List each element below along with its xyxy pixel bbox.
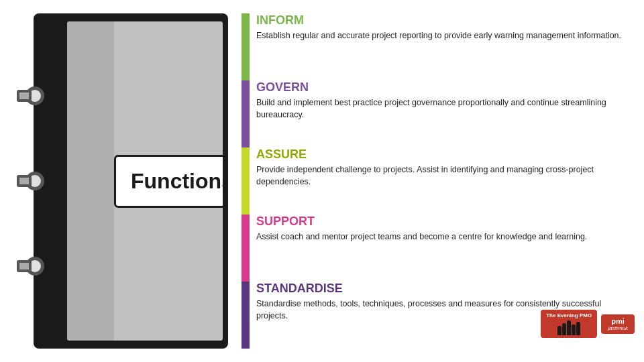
notebook-spine: [67, 21, 114, 341]
pmi-logo-box: pmi jashmuk: [601, 314, 635, 334]
evening-pmo-text: The Evening PMO: [546, 312, 592, 318]
figure-1: [557, 326, 561, 335]
function-inform: INFORM Establish regular and accurate pr…: [241, 13, 634, 80]
ring-3: [25, 257, 44, 276]
function-text-govern: GOVERN Build and implement best practice…: [256, 80, 634, 121]
notebook-page: Functions: [114, 21, 223, 341]
function-desc-assure: Provide independent challenge to project…: [256, 164, 634, 188]
function-title-assure: ASSURE: [256, 147, 634, 162]
content-section: INFORM Establish regular and accurate pr…: [241, 13, 637, 349]
figure-2: [562, 323, 566, 335]
function-title-standardise: STANDARDISE: [256, 282, 634, 296]
function-title-support: SUPPORT: [256, 215, 634, 229]
function-assure: ASSURE Provide independent challenge to …: [241, 147, 634, 215]
notebook-label: Functions: [114, 155, 223, 208]
notebook-outer: Functions: [34, 13, 228, 349]
function-title-inform: INFORM: [256, 13, 634, 27]
color-bar-inform: [241, 13, 250, 80]
function-title-govern: GOVERN: [256, 80, 634, 95]
main-container: Functions INFORM Establish regular and a…: [0, 0, 644, 362]
ring-1: [25, 86, 44, 105]
function-govern: GOVERN Build and implement best practice…: [241, 80, 634, 147]
function-text-inform: INFORM Establish regular and accurate pr…: [256, 13, 634, 42]
function-desc-govern: Build and implement best practice projec…: [256, 97, 634, 121]
color-bar-standardise: [241, 282, 250, 349]
function-support: SUPPORT Assist coach and mentor project …: [241, 215, 634, 282]
notebook: Functions: [13, 13, 228, 349]
silhouettes: [557, 320, 580, 335]
pmi-text: pmi: [611, 317, 625, 325]
color-bar-support: [241, 215, 250, 282]
color-bar-govern: [241, 80, 250, 147]
rings: [25, 13, 44, 349]
function-text-assure: ASSURE Provide independent challenge to …: [256, 147, 634, 188]
function-desc-support: Assist coach and mentor project teams an…: [256, 231, 634, 243]
function-desc-inform: Establish regular and accurate project r…: [256, 30, 634, 42]
figure-4: [572, 324, 576, 335]
function-text-support: SUPPORT Assist coach and mentor project …: [256, 215, 634, 243]
figure-5: [576, 322, 580, 335]
figure-3: [567, 320, 571, 335]
notebook-inner: Functions: [67, 21, 223, 341]
ring-2: [25, 172, 44, 190]
logo-area: The Evening PMO pmi jashmuk: [514, 300, 635, 347]
color-bar-assure: [241, 147, 250, 215]
